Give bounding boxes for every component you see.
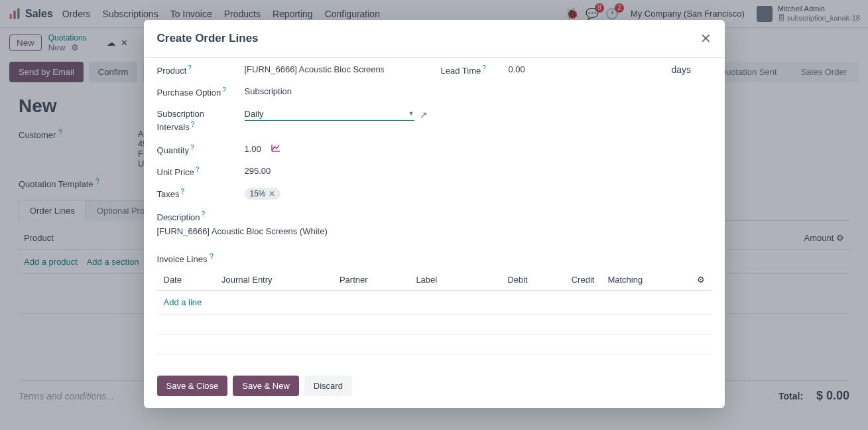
inv-column-settings-icon[interactable]: ⚙ [697, 275, 705, 285]
lead-time-label: Lead Time? [441, 64, 501, 76]
subscription-interval-input[interactable] [245, 109, 408, 119]
invoice-lines-heading: Invoice Lines ? [157, 252, 712, 264]
save-new-button[interactable]: Save & New [233, 376, 299, 396]
external-link-icon[interactable]: ↗ [420, 109, 428, 120]
quantity-label: Quantity? [157, 144, 237, 155]
add-line-link[interactable]: Add a line [164, 297, 202, 307]
save-close-button[interactable]: Save & Close [157, 376, 228, 396]
unit-price-value[interactable]: 295.00 [245, 166, 428, 176]
lead-time-value[interactable]: 0.00 [509, 64, 664, 74]
inv-col-date: Date [157, 269, 215, 291]
inv-col-matching: Matching [601, 269, 690, 291]
purchase-option-value[interactable]: Subscription [245, 86, 428, 96]
create-order-lines-modal: Create Order Lines ✕ Product? [FURN_6666… [144, 20, 725, 408]
modal-body: Product? [FURN_6666] Acoustic Bloc Scree… [144, 57, 725, 368]
inv-col-partner: Partner [333, 269, 409, 291]
inv-col-debit: Debit [473, 269, 534, 291]
taxes-value[interactable]: 15% ✕ [245, 188, 428, 200]
close-icon[interactable]: ✕ [700, 31, 712, 46]
subscription-intervals-label: Subscription Intervals? [157, 109, 237, 133]
taxes-label: Taxes? [157, 188, 237, 199]
description-value[interactable]: [FURN_6666] Acoustic Bloc Screens (White… [157, 226, 712, 236]
discard-button[interactable]: Discard [304, 376, 352, 396]
modal-header: Create Order Lines ✕ [144, 20, 725, 57]
inv-col-credit: Credit [534, 269, 601, 291]
inv-col-label: Label [409, 269, 472, 291]
chevron-down-icon[interactable]: ▼ [408, 110, 414, 117]
inv-add-row: Add a line [157, 291, 712, 315]
inv-col-journal: Journal Entry [215, 269, 333, 291]
description-label: Description? [157, 212, 206, 222]
modal-title: Create Order Lines [157, 32, 259, 45]
invoice-lines-table: Date Journal Entry Partner Label Debit C… [157, 269, 712, 354]
lead-time-unit: days [672, 64, 712, 75]
unit-price-label: Unit Price? [157, 166, 237, 177]
tax-tag: 15% ✕ [245, 188, 280, 200]
product-label: Product? [157, 64, 237, 76]
tax-remove-icon[interactable]: ✕ [269, 189, 275, 198]
purchase-option-label: Purchase Option? [157, 86, 237, 98]
modal-footer: Save & Close Save & New Discard [144, 368, 725, 408]
product-field[interactable]: [FURN_6666] Acoustic Bloc Screens (White… [245, 64, 384, 74]
forecast-chart-icon[interactable] [271, 144, 280, 154]
quantity-value[interactable]: 1.00 [245, 144, 261, 154]
modal-overlay[interactable]: Create Order Lines ✕ Product? [FURN_6666… [0, 0, 868, 430]
